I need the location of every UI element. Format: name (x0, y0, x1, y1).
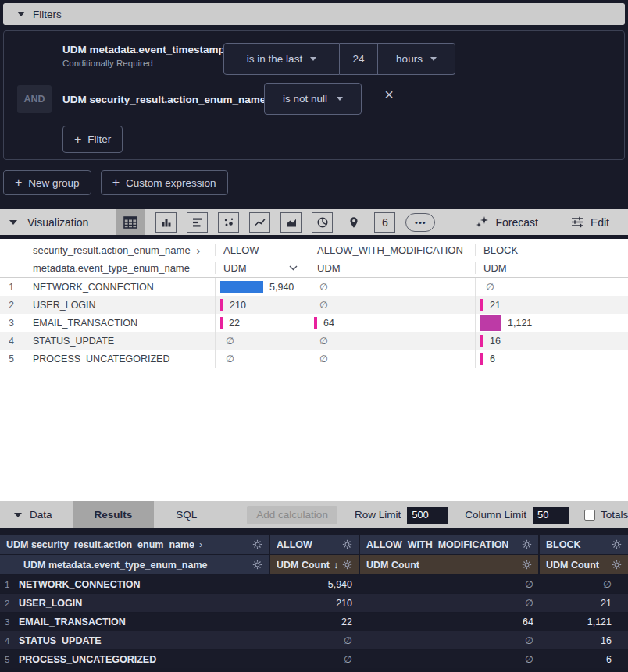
null-value-cell[interactable]: ∅ (309, 278, 475, 296)
dimension-value[interactable]: PROCESS_UNCATEGORIZED (23, 354, 215, 364)
value-cell[interactable]: 1,121 (538, 617, 628, 628)
remove-filter-icon[interactable]: × (380, 86, 398, 103)
data-section-header[interactable]: Data (0, 509, 73, 521)
null-value-cell[interactable]: ∅ (215, 350, 309, 368)
results-pivot-field-header[interactable]: UDM security_result.action_enum_name › (0, 535, 269, 554)
custom-expression-button[interactable]: + Custom expression (101, 170, 228, 195)
viz-type-pie-chart-icon[interactable] (312, 212, 333, 233)
totals-checkbox[interactable] (584, 510, 595, 521)
viz-type-table-icon[interactable] (116, 209, 145, 235)
null-value-cell[interactable]: ∅ (309, 350, 475, 368)
null-value-cell[interactable]: ∅ (359, 578, 538, 590)
viz-type-map-pin-icon[interactable] (343, 212, 364, 233)
column-limit-input[interactable] (533, 507, 569, 524)
gear-icon[interactable] (342, 539, 352, 549)
dimension-value[interactable]: NETWORK_CONNECTION (17, 579, 269, 590)
viz-measure-header-awm[interactable]: UDM (309, 262, 475, 274)
value-cell[interactable]: 16 (538, 635, 628, 646)
null-value-cell[interactable]: ∅ (359, 635, 538, 646)
gear-icon[interactable] (252, 539, 262, 549)
gear-icon[interactable] (522, 560, 532, 570)
viz-type-bar-chart-icon[interactable] (187, 212, 208, 233)
value-cell[interactable]: 6 (475, 350, 628, 368)
results-measure-header-block[interactable]: UDM Count (540, 555, 628, 574)
results-measure-header-allow[interactable]: UDM Count ↓ (270, 555, 359, 574)
new-group-button[interactable]: + New group (3, 170, 91, 195)
null-value-cell[interactable]: ∅ (309, 296, 475, 314)
forecast-button[interactable]: Forecast (476, 215, 537, 229)
add-calculation-button[interactable]: Add calculation (247, 506, 337, 524)
filter-1-value-input[interactable]: 24 (340, 43, 378, 75)
gear-icon[interactable] (252, 560, 262, 570)
dimension-value[interactable]: STATUS_UPDATE (17, 635, 269, 646)
null-value-cell[interactable]: ∅ (309, 332, 475, 350)
gear-icon[interactable] (522, 539, 532, 549)
value-cell[interactable]: 16 (475, 332, 628, 350)
tab-sql[interactable]: SQL (154, 501, 219, 528)
viz-measure-header-allow[interactable]: UDM (215, 262, 309, 274)
value-cell[interactable]: 6 (538, 654, 628, 665)
null-value-cell[interactable]: ∅ (475, 278, 628, 296)
results-pivot-value-awm[interactable]: ALLOW_WITH_MODIFICATION (360, 535, 538, 554)
null-value-cell[interactable]: ∅ (359, 597, 538, 609)
edit-button[interactable]: Edit (571, 215, 609, 229)
viz-type-column-chart-icon[interactable] (155, 212, 177, 233)
value-cell[interactable]: 5,940 (269, 579, 359, 590)
null-value-cell[interactable]: ∅ (215, 332, 309, 350)
value-cell[interactable]: 64 (359, 617, 538, 628)
filter-1-unit-dropdown[interactable]: hours (378, 43, 455, 75)
dimension-value[interactable]: EMAIL_TRANSACTION (17, 617, 269, 628)
tab-results[interactable]: Results (73, 501, 155, 528)
results-pivot-value-block[interactable]: BLOCK (540, 535, 628, 554)
dimension-value[interactable]: STATUS_UPDATE (23, 336, 215, 347)
viz-pivot-field-header[interactable]: security_result.action_enum_name › (23, 244, 215, 257)
viz-pivot-value-allow[interactable]: ALLOW (215, 244, 309, 256)
dimension-value[interactable]: EMAIL_TRANSACTION (23, 318, 215, 329)
viz-type-scatter-icon[interactable] (218, 212, 239, 233)
value-cell[interactable]: 64 (309, 314, 475, 332)
filter-2-operator-dropdown[interactable]: is not null (264, 83, 362, 115)
viz-pivot-value-allow-with-modification[interactable]: ALLOW_WITH_MODIFICATION (309, 244, 475, 256)
results-measure-header-awm[interactable]: UDM Count (360, 555, 538, 574)
viz-type-line-chart-icon[interactable] (249, 212, 270, 233)
value-cell[interactable]: 5,940 (215, 278, 309, 296)
chevron-right-icon[interactable]: › (199, 539, 202, 550)
gear-icon[interactable] (612, 560, 622, 570)
dimension-value[interactable]: PROCESS_UNCATEGORIZED (17, 654, 269, 665)
chevron-right-icon[interactable]: › (197, 244, 201, 257)
value-cell[interactable]: 210 (269, 598, 359, 609)
filter-1-operator-dropdown[interactable]: is in the last (223, 43, 340, 75)
cell-value: 210 (230, 300, 246, 311)
null-value-cell[interactable]: ∅ (538, 578, 628, 590)
null-value-cell[interactable]: ∅ (269, 653, 359, 665)
value-cell[interactable]: 210 (215, 296, 309, 314)
value-cell[interactable]: 22 (215, 314, 309, 332)
gear-icon[interactable] (612, 539, 622, 549)
viz-measure-header-block[interactable]: UDM (475, 262, 628, 274)
dimension-value[interactable]: NETWORK_CONNECTION (23, 282, 215, 293)
viz-type-area-chart-icon[interactable] (280, 212, 302, 233)
sort-descending-icon[interactable]: ↓ (334, 560, 338, 571)
value-cell[interactable]: 1,121 (475, 314, 628, 332)
value-cell[interactable]: 21 (538, 598, 628, 609)
and-conjunction-badge[interactable]: AND (17, 85, 52, 113)
chevron-down-icon[interactable] (289, 265, 298, 271)
viz-type-single-value-icon[interactable]: 6 (374, 212, 395, 233)
null-value-cell[interactable]: ∅ (269, 635, 359, 646)
row-limit-input[interactable] (407, 507, 448, 524)
cell-value: 1,121 (508, 318, 532, 329)
value-cell[interactable]: 22 (269, 617, 359, 628)
null-value-cell[interactable]: ∅ (359, 653, 538, 665)
viz-dimension-field-header[interactable]: metadata.event_type_enum_name (23, 262, 215, 274)
dimension-value[interactable]: USER_LOGIN (23, 300, 215, 311)
filters-section-header[interactable]: Filters (3, 3, 625, 25)
results-pivot-value-allow[interactable]: ALLOW (270, 535, 359, 554)
more-viz-types-icon[interactable]: ••• (405, 213, 435, 232)
value-cell[interactable]: 21 (475, 296, 628, 314)
viz-pivot-value-block[interactable]: BLOCK (475, 244, 628, 256)
gear-icon[interactable] (342, 560, 352, 570)
add-filter-button[interactable]: + Filter (62, 126, 123, 153)
collapse-caret-icon[interactable] (9, 220, 17, 225)
results-dimension-field-header[interactable]: UDM metadata.event_type_enum_name (0, 555, 269, 574)
dimension-value[interactable]: USER_LOGIN (17, 598, 269, 609)
